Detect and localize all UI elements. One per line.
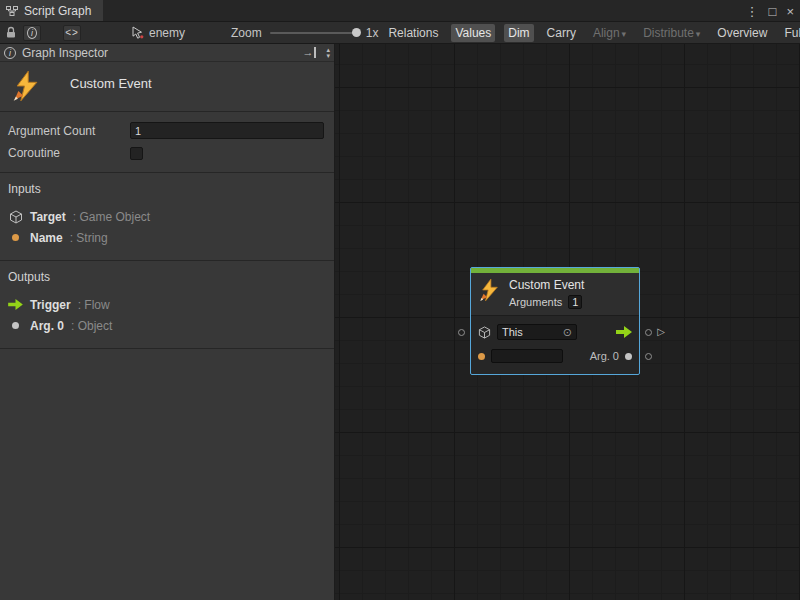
overview-button[interactable]: Overview	[713, 24, 771, 42]
coroutine-checkbox[interactable]	[130, 147, 143, 160]
info-icon: i	[27, 27, 37, 39]
zoom-slider[interactable]	[270, 32, 358, 34]
code-preview-button[interactable]: <>	[63, 25, 81, 41]
graph-pointer-icon	[131, 26, 144, 39]
toolbar-buttons: Relations Values Dim Carry Align▾ Distri…	[384, 24, 800, 42]
full-screen-button[interactable]: Full Screen	[780, 24, 800, 42]
code-icon: <>	[65, 27, 79, 38]
graph-inspector-title: Graph Inspector	[22, 46, 108, 60]
object-port-icon	[8, 322, 23, 329]
align-dropdown[interactable]: Align▾	[589, 24, 630, 42]
inputs-title: Inputs	[8, 182, 326, 196]
graph-name-label: enemy	[149, 26, 185, 40]
values-button[interactable]: Values	[451, 24, 495, 42]
argument-count-row: Argument Count	[8, 122, 324, 139]
game-object-cube-icon	[8, 210, 23, 224]
lock-icon[interactable]	[5, 25, 17, 41]
inspect-toggle-button[interactable]: i	[23, 25, 41, 41]
node-title: Custom Event	[509, 278, 584, 292]
event-header: Custom Event	[0, 62, 334, 112]
zoom-slider-handle[interactable]	[352, 28, 361, 37]
event-settings: Argument Count Coroutine	[0, 112, 334, 173]
node-header[interactable]: Custom Event Arguments 1	[471, 273, 639, 316]
trigger-flow-arrow-icon[interactable]	[616, 326, 632, 338]
string-port-icon[interactable]	[478, 353, 485, 360]
outputs-title: Outputs	[8, 270, 326, 284]
scrub-down-icon: ▾	[326, 53, 330, 59]
object-picker-icon[interactable]: ⊙	[563, 326, 572, 339]
window-maximize-icon[interactable]: □	[769, 5, 777, 18]
custom-event-icon	[479, 278, 501, 302]
coroutine-row: Coroutine	[8, 146, 324, 160]
tab-title: Script Graph	[24, 4, 91, 18]
target-value: This	[502, 326, 523, 338]
graph-inspector-panel: i Graph Inspector → ▴ ▾ Custom Event Arg…	[0, 44, 335, 600]
graph-toolbar: i <> enemy Zoom 1x Relations Values Dim …	[0, 22, 800, 44]
node-custom-event[interactable]: Custom Event Arguments 1	[470, 267, 640, 375]
dim-button[interactable]: Dim	[504, 24, 533, 42]
relations-button[interactable]: Relations	[384, 24, 442, 42]
input-row-target: Target : Game Object	[8, 206, 326, 227]
custom-event-icon	[12, 70, 42, 102]
panel-scrubber[interactable]: ▴ ▾	[326, 47, 330, 59]
window-menu-icon[interactable]: ⋮	[746, 5, 759, 18]
distribute-dropdown[interactable]: Distribute▾	[639, 24, 704, 42]
game-object-cube-icon	[478, 326, 491, 339]
argument-count-input[interactable]	[130, 122, 324, 139]
script-graph-window: Script Graph ⋮ □ × i <> enemy	[0, 0, 800, 600]
zoom-value: 1x	[366, 26, 379, 40]
info-icon: i	[4, 47, 16, 59]
zoom-control: Zoom 1x	[231, 26, 378, 40]
node-arguments-label: Arguments	[509, 296, 562, 308]
script-graph-icon	[6, 5, 18, 17]
graph-canvas[interactable]: Custom Event Arguments 1	[335, 44, 800, 600]
node-body: This ⊙ Arg. 0	[471, 316, 639, 374]
carry-button[interactable]: Carry	[543, 24, 580, 42]
object-port-icon[interactable]	[625, 353, 632, 360]
input-row-name: Name : String	[8, 227, 326, 248]
node-row-target: This ⊙	[478, 322, 632, 342]
target-port[interactable]	[458, 329, 465, 336]
target-dropdown[interactable]: This ⊙	[497, 324, 577, 340]
output-row-arg0: Arg. 0 : Object	[8, 315, 326, 336]
window-close-icon[interactable]: ×	[786, 5, 794, 18]
zoom-label: Zoom	[231, 26, 262, 40]
chevron-down-icon: ▾	[622, 29, 627, 39]
flow-arrow-icon	[8, 299, 23, 310]
node-row-arg0: Arg. 0	[478, 346, 632, 366]
arg0-port[interactable]	[645, 353, 652, 360]
coroutine-label: Coroutine	[8, 146, 130, 160]
event-name-input[interactable]	[491, 349, 563, 363]
arg0-label: Arg. 0	[590, 350, 619, 362]
tab-script-graph[interactable]: Script Graph	[0, 0, 103, 21]
trigger-port[interactable]	[645, 329, 652, 336]
event-title: Custom Event	[70, 76, 152, 91]
graph-inspector-header: i Graph Inspector → ▴ ▾	[0, 44, 334, 62]
argument-count-label: Argument Count	[8, 124, 130, 138]
graph-breadcrumb: enemy	[131, 26, 185, 40]
node-arguments-field[interactable]: 1	[568, 295, 582, 309]
trigger-port-triangle-icon: ▷	[657, 327, 665, 337]
output-row-trigger: Trigger : Flow	[8, 294, 326, 315]
string-port-icon	[8, 234, 23, 241]
outputs-section: Outputs Trigger : Flow Arg. 0 : Object	[0, 261, 334, 349]
chevron-down-icon: ▾	[696, 29, 701, 39]
inputs-section: Inputs Target : Game Object Name : Strin…	[0, 173, 334, 261]
dock-panel-icon[interactable]: →	[302, 47, 316, 58]
window-titlebar: Script Graph ⋮ □ ×	[0, 0, 800, 22]
